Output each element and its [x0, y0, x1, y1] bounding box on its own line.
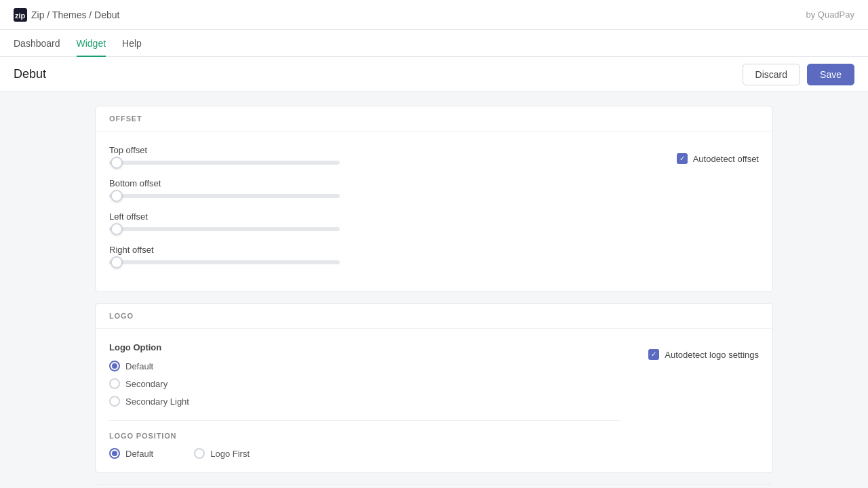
topbar-byline: by QuadPay: [806, 9, 854, 20]
preview-header: PREVIEW Open theme preview: [96, 485, 772, 485]
topbar-left: zip Zip / Themes / Debut: [14, 8, 119, 22]
radio-position-logo-first[interactable]: Logo First: [194, 448, 250, 459]
radio-default-outer[interactable]: [109, 361, 120, 371]
logo-section-body: Logo Option Default Secondary: [96, 329, 772, 472]
svg-text:zip: zip: [15, 12, 26, 20]
offset-sliders: Top offset Bottom offset: [109, 145, 650, 278]
right-offset-label: Right offset: [109, 245, 650, 255]
radio-position-logo-first-outer[interactable]: [194, 448, 205, 459]
save-button[interactable]: Save: [807, 64, 854, 85]
radio-position-default-inner: [112, 451, 117, 456]
radio-secondary-outer[interactable]: [109, 378, 120, 389]
logo-left: Logo Option Default Secondary: [109, 342, 621, 459]
radio-secondary-label: Secondary: [125, 379, 167, 389]
right-offset-row: Right offset: [109, 245, 650, 264]
left-offset-thumb[interactable]: [111, 223, 123, 235]
zip-logo-icon: zip: [14, 8, 27, 22]
logo-position-row: Default Logo First: [109, 448, 621, 459]
left-offset-track[interactable]: [109, 227, 340, 231]
discard-button[interactable]: Discard: [743, 64, 800, 85]
radio-secondary-light-outer[interactable]: [109, 396, 120, 407]
autodetect-logo-checkbox[interactable]: ✓: [648, 349, 659, 360]
radio-position-default-label: Default: [125, 449, 153, 459]
checkmark-icon: ✓: [679, 155, 685, 162]
radio-default[interactable]: Default: [109, 361, 621, 371]
tab-dashboard[interactable]: Dashboard: [14, 30, 60, 57]
header-actions: Discard Save: [743, 64, 854, 85]
tab-help[interactable]: Help: [122, 30, 142, 57]
right-offset-track[interactable]: [109, 260, 340, 264]
breadcrumb: Zip / Themes / Debut: [31, 9, 119, 20]
autodetect-logo-row[interactable]: ✓ Autodetect logo settings: [648, 349, 759, 360]
bottom-offset-label: Bottom offset: [109, 178, 650, 188]
autodetect-offset-label: Autodetect offset: [693, 154, 759, 164]
logo-position-title: LOGO POSITION: [109, 432, 621, 440]
logo-section-header: LOGO: [96, 304, 772, 329]
page-header: Debut Discard Save: [0, 57, 868, 92]
autodetect-offset-row[interactable]: ✓ Autodetect offset: [677, 153, 759, 164]
radio-position-default-outer[interactable]: [109, 448, 120, 459]
radio-secondary-light[interactable]: Secondary Light: [109, 396, 621, 407]
radio-secondary-light-label: Secondary Light: [125, 396, 189, 407]
logo-option-radio-group: Default Secondary Secondary Light: [109, 361, 621, 407]
radio-position-default[interactable]: Default: [109, 448, 153, 459]
offset-main-row: Top offset Bottom offset: [109, 145, 759, 278]
offset-section-header: OFFSET: [96, 106, 772, 131]
page-title: Debut: [14, 67, 46, 81]
preview-section: PREVIEW Open theme preview or 4 interest…: [95, 484, 773, 485]
autodetect-logo-label: Autodetect logo settings: [665, 350, 759, 360]
radio-default-inner: [112, 363, 117, 369]
checkmark-logo-icon: ✓: [651, 351, 656, 358]
left-offset-label: Left offset: [109, 211, 650, 222]
top-offset-thumb[interactable]: [111, 157, 123, 169]
right-offset-thumb[interactable]: [111, 256, 123, 268]
autodetect-offset-checkbox[interactable]: ✓: [677, 153, 688, 164]
bottom-offset-track[interactable]: [109, 194, 340, 198]
offset-autodetect: ✓ Autodetect offset: [677, 145, 759, 164]
tab-widget[interactable]: Widget: [77, 30, 106, 57]
scroll-area[interactable]: OFFSET Top offset Bottom offset: [0, 92, 868, 485]
offset-section: OFFSET Top offset Bottom offset: [95, 106, 773, 292]
radio-position-logo-first-label: Logo First: [210, 449, 250, 459]
bottom-offset-row: Bottom offset: [109, 178, 650, 198]
main-content: OFFSET Top offset Bottom offset: [81, 106, 787, 485]
logo-right: ✓ Autodetect logo settings: [648, 342, 759, 459]
logo-section: LOGO Logo Option Default: [95, 303, 773, 473]
radio-default-label: Default: [125, 361, 153, 371]
top-offset-label: Top offset: [109, 145, 650, 155]
top-offset-track[interactable]: [109, 161, 340, 165]
logo-option-heading: Logo Option: [109, 342, 621, 352]
left-offset-row: Left offset: [109, 211, 650, 231]
logo-position-section: LOGO POSITION Default: [109, 420, 621, 459]
logo-main-row: Logo Option Default Secondary: [109, 342, 759, 459]
bottom-offset-thumb[interactable]: [111, 190, 123, 202]
top-offset-row: Top offset: [109, 145, 650, 165]
radio-secondary[interactable]: Secondary: [109, 378, 621, 389]
topbar: zip Zip / Themes / Debut by QuadPay: [0, 0, 868, 30]
offset-section-body: Top offset Bottom offset: [96, 131, 772, 291]
nav-tabs: Dashboard Widget Help: [0, 30, 868, 57]
